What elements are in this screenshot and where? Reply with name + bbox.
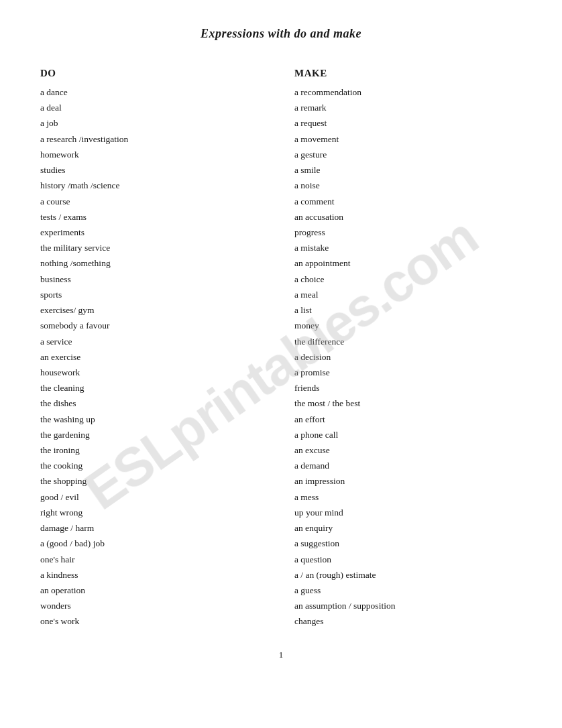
list-item: a phone call (294, 427, 522, 442)
list-item: the washing up (40, 412, 268, 427)
list-item: an assumption / supposition (294, 598, 522, 613)
list-item: a course (40, 194, 268, 209)
list-item: progress (294, 225, 522, 240)
list-item: changes (294, 613, 522, 629)
list-item: the most / the best (294, 396, 522, 411)
list-item: a list (294, 302, 522, 318)
list-item: exercises/ gym (40, 302, 268, 318)
list-item: an exercise (40, 349, 268, 365)
list-item: the shopping (40, 473, 268, 489)
list-item: a request (294, 115, 522, 131)
list-item: sports (40, 287, 268, 302)
make-column: MAKE a recommendationa remarka requesta … (294, 68, 522, 629)
list-item: the gardening (40, 427, 268, 442)
list-item: the cleaning (40, 380, 268, 396)
list-item: wonders (40, 598, 268, 613)
list-item: a noise (294, 178, 522, 193)
list-item: a mistake (294, 240, 522, 255)
list-item: friends (294, 380, 522, 396)
list-item: an effort (294, 412, 522, 427)
list-item: a guess (294, 583, 522, 598)
list-item: one's work (40, 613, 268, 629)
list-item: a dance (40, 84, 268, 100)
list-item: somebody a favour (40, 318, 268, 333)
list-item: a smile (294, 162, 522, 178)
list-item: a remark (294, 100, 522, 115)
list-item: up your mind (294, 505, 522, 520)
list-item: a question (294, 552, 522, 567)
list-item: the military service (40, 240, 268, 255)
list-item: an impression (294, 473, 522, 489)
list-item: business (40, 271, 268, 287)
list-item: a mess (294, 489, 522, 505)
list-item: a / an (rough) estimate (294, 567, 522, 583)
list-item: a demand (294, 458, 522, 473)
list-item: an operation (40, 583, 268, 598)
list-item: a decision (294, 349, 522, 365)
list-item: the dishes (40, 396, 268, 411)
list-item: right wrong (40, 505, 268, 520)
list-item: a kindness (40, 567, 268, 583)
list-item: one's hair (40, 552, 268, 567)
make-column-header: MAKE (294, 68, 522, 79)
list-item: a choice (294, 271, 522, 287)
page-title: Expressions with do and make (40, 27, 522, 41)
list-item: a deal (40, 100, 268, 115)
do-items-list: a dancea deala joba research /investigat… (40, 84, 268, 629)
list-item: a comment (294, 194, 522, 209)
list-item: a gesture (294, 147, 522, 162)
list-item: a promise (294, 365, 522, 380)
list-item: good / evil (40, 489, 268, 505)
list-item: experiments (40, 225, 268, 240)
list-item: a meal (294, 287, 522, 302)
list-item: a (good / bad) job (40, 536, 268, 551)
list-item: nothing /something (40, 255, 268, 271)
list-item: a service (40, 334, 268, 349)
page-number: 1 (40, 650, 522, 660)
list-item: an enquiry (294, 520, 522, 536)
list-item: a job (40, 115, 268, 131)
list-item: a research /investigation (40, 131, 268, 147)
list-item: money (294, 318, 522, 333)
list-item: studies (40, 162, 268, 178)
list-item: an appointment (294, 255, 522, 271)
do-column-header: DO (40, 68, 268, 79)
list-item: the difference (294, 334, 522, 349)
list-item: the ironing (40, 442, 268, 458)
list-item: tests / exams (40, 209, 268, 225)
columns-container: DO a dancea deala joba research /investi… (40, 68, 522, 629)
list-item: a recommendation (294, 84, 522, 100)
list-item: housework (40, 365, 268, 380)
list-item: history /math /science (40, 178, 268, 193)
list-item: the cooking (40, 458, 268, 473)
list-item: homework (40, 147, 268, 162)
list-item: a suggestion (294, 536, 522, 551)
list-item: an excuse (294, 442, 522, 458)
do-column: DO a dancea deala joba research /investi… (40, 68, 268, 629)
list-item: a movement (294, 131, 522, 147)
list-item: an accusation (294, 209, 522, 225)
make-items-list: a recommendationa remarka requesta movem… (294, 84, 522, 629)
list-item: damage / harm (40, 520, 268, 536)
